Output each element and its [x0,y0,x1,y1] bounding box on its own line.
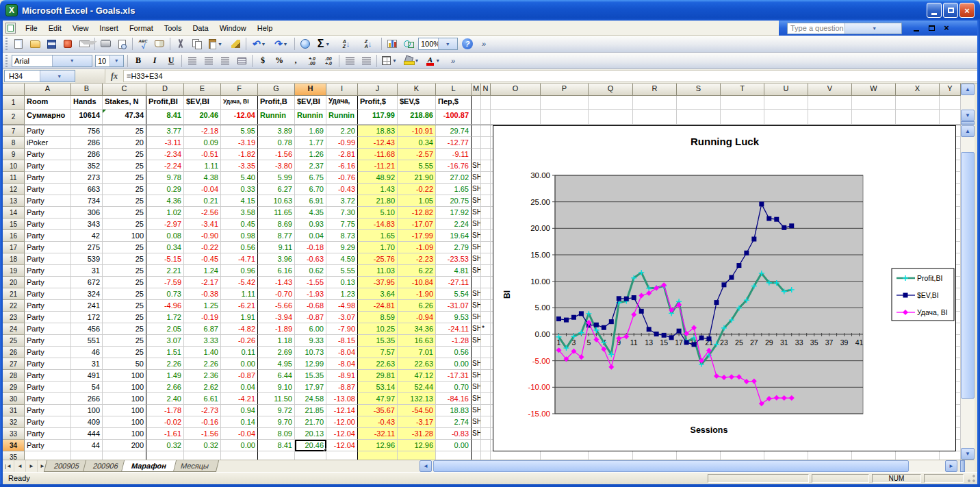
cell-N17[interactable] [481,242,491,253]
cell-A34[interactable]: Party [25,440,71,451]
cell-A16[interactable]: Party [25,230,71,242]
cell-G35[interactable] [258,451,295,460]
cell-K14[interactable]: -12.82 [398,207,436,218]
cell-V2[interactable] [808,110,852,125]
menu-tools[interactable]: Tools [159,21,188,35]
menu-format[interactable]: Format [124,21,159,35]
cell-J26[interactable]: 7.57 [358,347,398,358]
cell-V1[interactable] [808,96,852,110]
cell-M15[interactable]: SH [472,218,481,230]
cell-E16[interactable]: -0.90 [184,230,221,242]
cell-N11[interactable] [481,172,491,184]
cell-S35[interactable] [677,451,721,460]
cell-C32[interactable]: 100 [103,416,146,428]
cell-E24[interactable]: 6.87 [184,323,221,335]
cell-I8[interactable]: -0.99 [326,137,358,149]
cell-J14[interactable]: 5.10 [358,207,398,218]
cell-D31[interactable]: -1.78 [146,405,184,416]
cell-I9[interactable]: -2.81 [326,149,358,160]
cell-M7[interactable] [472,125,481,137]
cell-C2[interactable]: 47.34 [103,110,146,125]
cell-J7[interactable]: 18.83 [358,125,398,137]
cell-G24[interactable]: -1.89 [258,323,295,335]
cell-M35[interactable] [472,451,481,460]
cell-G27[interactable]: 4.95 [258,358,295,370]
cell-L7[interactable]: 29.74 [436,125,472,137]
paste-button[interactable]: ▼ [206,37,227,51]
cell-H8[interactable]: 1.77 [295,137,326,149]
cell-H31[interactable]: 21.85 [295,405,326,416]
column-header-G[interactable]: G [258,84,295,96]
cell-H16[interactable]: 0.04 [295,230,326,242]
print-button[interactable] [98,37,113,51]
cell-F14[interactable]: 3.58 [221,207,258,218]
row-header-24[interactable]: 24 [3,323,25,335]
cell-L14[interactable]: 17.92 [436,207,472,218]
cell-D23[interactable]: 1.72 [146,312,184,323]
cell-U2[interactable] [764,110,808,125]
menu-window[interactable]: Window [214,21,252,35]
cell-K22[interactable]: 6.26 [398,300,436,312]
cell-F11[interactable]: 5.40 [221,172,258,184]
cell-M32[interactable]: SH [472,416,481,428]
cell-C14[interactable]: 25 [103,207,146,218]
cell-B1[interactable]: Hands [71,96,103,110]
cell-B24[interactable]: 456 [71,323,103,335]
cell-N10[interactable] [481,160,491,172]
cell-A33[interactable]: Party [25,428,71,440]
cell-G20[interactable]: -1.43 [258,277,295,288]
cell-N21[interactable] [481,288,491,300]
cell-F23[interactable]: 1.91 [221,312,258,323]
cell-G21[interactable]: -0.70 [258,288,295,300]
cell-W2[interactable] [852,110,896,125]
cell-G16[interactable]: 8.77 [258,230,295,242]
cell-L1[interactable]: Пер,$ [436,96,472,110]
cell-J25[interactable]: 15.35 [358,335,398,347]
cell-J16[interactable]: 1.65 [358,230,398,242]
cell-U1[interactable] [764,96,808,110]
column-header-H[interactable]: H [295,84,326,96]
cell-C21[interactable]: 25 [103,288,146,300]
cell-F27[interactable]: 0.00 [221,358,258,370]
row-header-35[interactable]: 35 [3,451,25,460]
cell-F29[interactable]: 0.04 [221,382,258,393]
spelling-button[interactable]: ABC√ [136,37,151,51]
cell-F13[interactable]: 4.15 [221,195,258,207]
font-name-select[interactable]: Arial▼ [12,55,92,67]
cell-K18[interactable]: -2.23 [398,253,436,265]
cell-I17[interactable]: 9.29 [326,242,358,253]
cell-F25[interactable]: -0.26 [221,335,258,347]
column-header-S[interactable]: S [677,84,721,96]
cell-E33[interactable]: -1.56 [184,428,221,440]
cell-C10[interactable]: 25 [103,160,146,172]
cell-E32[interactable]: -0.16 [184,416,221,428]
cell-E11[interactable]: 4.38 [184,172,221,184]
cell-C29[interactable]: 100 [103,382,146,393]
cell-B2[interactable]: 10614 [71,110,103,125]
borders-button[interactable]: ▼ [380,53,400,68]
cell-N32[interactable] [481,416,491,428]
cell-A19[interactable]: Party [25,265,71,277]
cell-C18[interactable]: 25 [103,253,146,265]
cell-N23[interactable] [481,312,491,323]
cell-P2[interactable] [541,110,589,125]
vertical-scroll-thumb[interactable] [961,152,975,399]
cell-N35[interactable] [481,451,491,460]
cell-B22[interactable]: 241 [71,300,103,312]
row-header-32[interactable]: 32 [3,416,25,428]
cell-G19[interactable]: 6.16 [258,265,295,277]
cell-M34[interactable] [472,440,481,451]
sort-descending-button[interactable]: ZA↓ [358,37,378,51]
chevron-down-icon[interactable]: ▼ [438,38,458,49]
sort-ascending-button[interactable]: AZ↓ [336,37,357,51]
row-header-17[interactable]: 17 [3,242,25,253]
cell-I22[interactable]: -4.98 [326,300,358,312]
cell-G2[interactable]: Runnin [258,110,295,125]
column-header-Y[interactable]: Y [940,84,961,96]
cell-B8[interactable]: 286 [71,137,103,149]
cell-M29[interactable]: SH [472,382,481,393]
redo-button[interactable]: ↷▼ [271,37,292,51]
pane-split-line[interactable] [3,125,961,125]
cell-M31[interactable]: SH [472,405,481,416]
cell-G18[interactable]: 3.96 [258,253,295,265]
